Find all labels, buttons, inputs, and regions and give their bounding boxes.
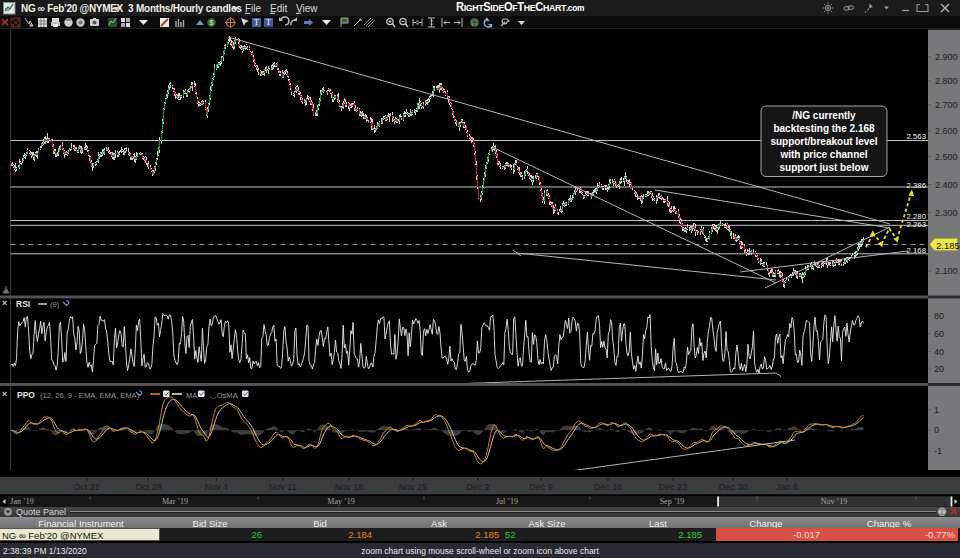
svg-text:0: 0 <box>934 425 939 435</box>
svg-text:support just below: support just below <box>780 162 869 173</box>
svg-text:2.800: 2.800 <box>935 76 958 86</box>
svg-text:/NG currently: /NG currently <box>792 110 856 121</box>
svg-text:40: 40 <box>934 347 944 357</box>
svg-text:Jan ’19: Jan ’19 <box>10 497 33 506</box>
svg-text:support/breakout level: support/breakout level <box>770 136 877 147</box>
svg-text:File: File <box>245 3 262 14</box>
svg-text:2.700: 2.700 <box>935 100 958 110</box>
svg-text:backtesting the 2.168: backtesting the 2.168 <box>773 123 875 134</box>
svg-text:2.500: 2.500 <box>935 152 958 162</box>
svg-text:View: View <box>296 3 318 14</box>
svg-text:with price channel: with price channel <box>779 149 867 160</box>
svg-text:May ’19: May ’19 <box>327 497 354 506</box>
svg-text:2.100: 2.100 <box>935 266 958 276</box>
svg-text:2.386: 2.386 <box>906 181 926 190</box>
svg-text:20: 20 <box>934 364 944 374</box>
svg-text:Nov ’19: Nov ’19 <box>821 497 847 506</box>
svg-text:Dec 16: Dec 16 <box>594 482 623 492</box>
svg-text:2.600: 2.600 <box>935 126 958 136</box>
svg-text:Quote Panel: Quote Panel <box>16 507 66 517</box>
svg-text:Nov 4: Nov 4 <box>205 482 229 492</box>
svg-text:(12, 26, 9 - EMA, EMA, EMA): (12, 26, 9 - EMA, EMA, EMA) <box>40 391 140 400</box>
svg-text:2.168: 2.168 <box>906 246 926 255</box>
svg-text:2.263: 2.263 <box>906 220 926 229</box>
svg-text:NG ∞ Feb’20 @NYMEX: NG ∞ Feb’20 @NYMEX <box>21 3 123 14</box>
svg-text:2.900: 2.900 <box>935 52 958 62</box>
svg-text:Edit: Edit <box>270 3 287 14</box>
svg-text:RIGHTSIDEOFTHECHART.com: RIGHTSIDEOFTHECHART.com <box>456 1 585 13</box>
svg-text:Dec 9: Dec 9 <box>529 482 553 492</box>
svg-text:Nov 18: Nov 18 <box>335 482 364 492</box>
svg-text:×: × <box>2 298 7 308</box>
svg-text:(9): (9) <box>50 300 60 309</box>
svg-text:Sep ’19: Sep ’19 <box>660 497 685 506</box>
svg-text:$: $ <box>210 19 214 26</box>
svg-text:2.185: 2.185 <box>936 240 960 251</box>
svg-text:Dec 23: Dec 23 <box>659 482 688 492</box>
svg-text:T: T <box>266 18 271 27</box>
svg-text:Jan 6: Jan 6 <box>776 482 798 492</box>
svg-text:2.563: 2.563 <box>906 132 926 141</box>
svg-text:2.300: 2.300 <box>935 208 958 218</box>
svg-text:Nov 11: Nov 11 <box>269 482 297 492</box>
svg-text:Oct 21: Oct 21 <box>73 482 100 492</box>
svg-text:1: 1 <box>934 405 939 415</box>
svg-text:2.400: 2.400 <box>935 180 958 190</box>
svg-text:Dec 2: Dec 2 <box>466 482 490 492</box>
svg-text:Mar ’19: Mar ’19 <box>162 497 188 506</box>
svg-text:-1: -1 <box>934 446 942 456</box>
svg-text:Oct 28: Oct 28 <box>135 482 162 492</box>
svg-text:Jul ’19: Jul ’19 <box>496 497 518 506</box>
svg-text:T: T <box>254 18 259 27</box>
svg-text:×: × <box>2 389 7 399</box>
svg-text:PPO: PPO <box>17 390 35 400</box>
svg-text:Nov 25: Nov 25 <box>399 482 428 492</box>
svg-text:MA: MA <box>186 391 198 400</box>
svg-text:60: 60 <box>934 329 944 339</box>
svg-text:3 Months/Hourly candles: 3 Months/Hourly candles <box>128 3 242 14</box>
svg-text:◡OsMA: ◡OsMA <box>210 391 239 400</box>
svg-text:80: 80 <box>934 311 944 321</box>
svg-text:RSI: RSI <box>16 299 30 309</box>
svg-text:Dec 30: Dec 30 <box>719 482 748 492</box>
